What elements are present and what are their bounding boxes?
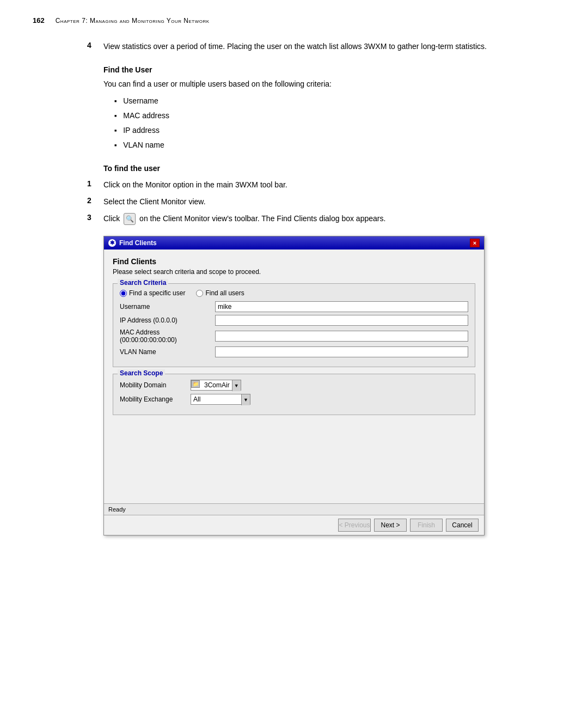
- ip-input[interactable]: [215, 315, 468, 326]
- mac-label: MAC Address (00:00:00:00:00:00): [120, 328, 215, 344]
- mac-address-row: MAC Address (00:00:00:00:00:00): [120, 328, 468, 344]
- username-label: Username: [120, 303, 215, 311]
- next-button[interactable]: Next >: [374, 519, 407, 532]
- dialog-title-icon: ✱: [108, 239, 116, 247]
- list-item: VLAN name: [114, 139, 555, 151]
- step-text-1: Click on the Monitor option in the main …: [103, 179, 555, 191]
- step-4-text: View statistics over a period of time. P…: [103, 41, 555, 52]
- search-criteria-label: Search Criteria: [118, 279, 168, 287]
- mac-input[interactable]: [215, 331, 468, 342]
- numbered-steps-list: 1 Click on the Monitor option in the mai…: [87, 179, 555, 225]
- radio-find-specific[interactable]: Find a specific user: [120, 289, 185, 297]
- mobility-domain-row: Mobility Domain 📁 3ComAir ▼: [120, 380, 468, 391]
- dialog-title-left: ✱ Find Clients: [108, 239, 157, 247]
- vlan-input[interactable]: [215, 346, 468, 357]
- list-item: MAC address: [114, 110, 555, 121]
- mobility-domain-value: 3ComAir: [202, 380, 232, 390]
- find-clients-icon: 🔍: [124, 213, 136, 225]
- page-header: 162 Chapter 7: Managing and Monitoring Y…: [0, 16, 588, 25]
- radio-find-all[interactable]: Find all users: [196, 289, 244, 297]
- dialog-main-heading: Find Clients: [113, 257, 475, 266]
- numbered-step-1: 1 Click on the Monitor option in the mai…: [87, 179, 555, 191]
- mobility-exchange-arrow[interactable]: ▼: [241, 394, 250, 405]
- step-text-3: Click 🔍 on the Client Monitor view's too…: [103, 213, 555, 225]
- to-find-heading: To find the user: [103, 164, 555, 173]
- radio-row: Find a specific user Find all users: [120, 289, 468, 297]
- content-area: 4 View statistics over a period of time.…: [0, 41, 588, 535]
- dialog-blank-area: [113, 422, 475, 498]
- mobility-exchange-combo[interactable]: All ▼: [191, 394, 250, 405]
- mobility-exchange-label: Mobility Exchange: [120, 395, 191, 403]
- step-4-block: 4 View statistics over a period of time.…: [87, 41, 555, 52]
- finish-button[interactable]: Finish: [410, 519, 443, 532]
- mobility-exchange-row: Mobility Exchange All ▼: [120, 394, 468, 405]
- mobility-domain-select[interactable]: 📁 3ComAir ▼: [191, 380, 241, 391]
- mobility-domain-combo[interactable]: 📁 3ComAir ▼: [191, 380, 241, 391]
- username-row: Username: [120, 301, 468, 312]
- previous-button[interactable]: < Previous: [338, 519, 371, 532]
- step-num-2: 2: [87, 196, 103, 208]
- mobility-domain-icon: 📁: [191, 380, 200, 388]
- page-number: 162: [33, 16, 45, 25]
- step-4-number: 4: [87, 41, 103, 52]
- vlan-label: VLAN Name: [120, 348, 215, 356]
- dialog-subtitle: Please select search criteria and scope …: [113, 268, 475, 276]
- search-criteria-group: Search Criteria Find a specific user Fin…: [113, 283, 475, 367]
- step-num-3: 3: [87, 213, 103, 225]
- username-input[interactable]: [215, 301, 468, 312]
- dialog-title-text: Find Clients: [119, 239, 157, 247]
- criteria-list: Username MAC address IP address VLAN nam…: [87, 95, 555, 151]
- find-clients-dialog: ✱ Find Clients × Find Clients Please sel…: [103, 236, 485, 535]
- mobility-domain-label: Mobility Domain: [120, 381, 191, 389]
- dialog-statusbar: Ready: [104, 503, 484, 515]
- dialog-footer: < Previous Next > Finish Cancel: [104, 515, 484, 535]
- numbered-step-2: 2 Select the Client Monitor view.: [87, 196, 555, 208]
- radio-all-label: Find all users: [205, 289, 244, 297]
- search-scope-label: Search Scope: [118, 369, 165, 377]
- find-user-heading: Find the User: [87, 65, 555, 74]
- list-item: Username: [114, 95, 555, 107]
- numbered-step-3: 3 Click 🔍 on the Client Monitor view's t…: [87, 213, 555, 225]
- mobility-exchange-value: All: [191, 394, 241, 404]
- page-container: 162 Chapter 7: Managing and Monitoring Y…: [0, 0, 588, 706]
- mobility-domain-arrow[interactable]: ▼: [232, 380, 241, 391]
- ip-address-row: IP Address (0.0.0.0): [120, 315, 468, 326]
- status-text: Ready: [108, 506, 126, 513]
- vlan-row: VLAN Name: [120, 346, 468, 357]
- search-scope-group: Search Scope Mobility Domain 📁 3ComAir ▼: [113, 374, 475, 415]
- dialog-body: Find Clients Please select search criter…: [104, 249, 484, 503]
- dialog-titlebar: ✱ Find Clients ×: [104, 236, 484, 249]
- dialog-close-button[interactable]: ×: [470, 239, 480, 247]
- cancel-button[interactable]: Cancel: [446, 519, 479, 532]
- chapter-title: Chapter 7: Managing and Monitoring Your …: [56, 17, 210, 25]
- step-num-1: 1: [87, 179, 103, 191]
- radio-specific-label: Find a specific user: [129, 289, 185, 297]
- ip-label: IP Address (0.0.0.0): [120, 317, 215, 324]
- list-item: IP address: [114, 125, 555, 136]
- radio-specific-input[interactable]: [120, 290, 127, 297]
- step-text-2: Select the Client Monitor view.: [103, 196, 555, 208]
- find-user-intro: You can find a user or multiple users ba…: [87, 78, 555, 90]
- radio-all-input[interactable]: [196, 290, 203, 297]
